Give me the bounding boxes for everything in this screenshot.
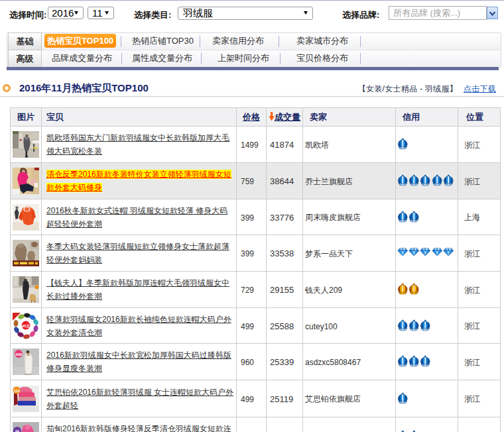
svg-text:99: 99	[15, 429, 19, 432]
svg-text:119: 119	[14, 388, 20, 392]
svg-text:95元: 95元	[22, 323, 31, 329]
svg-text:298: 298	[15, 352, 23, 356]
